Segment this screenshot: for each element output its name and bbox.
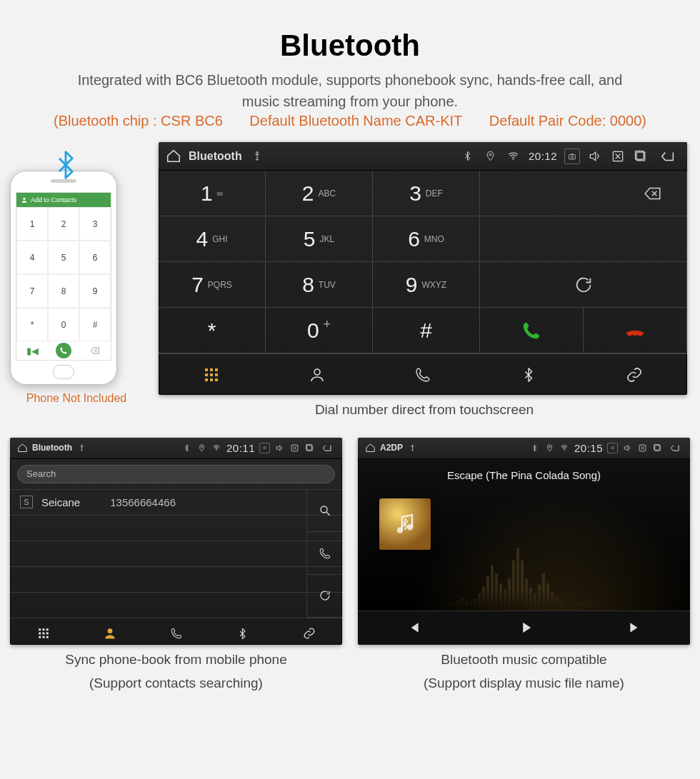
key-2[interactable]: 2ABC [266, 171, 373, 216]
bluetooth-status-icon [460, 149, 476, 164]
screenshot-icon[interactable] [259, 443, 270, 453]
nav-bluetooth[interactable] [476, 354, 581, 395]
spec-chip: (Bluetooth chip : CSR BC6 [54, 113, 223, 129]
player-caption-1: Bluetooth music compatible [358, 650, 690, 669]
key-hash[interactable]: # [373, 308, 480, 353]
lead-line-2: music streaming from your phone. [10, 91, 690, 111]
key-5[interactable]: 5JKL [266, 216, 373, 262]
spec-pair-code: Default Pair Code: 0000) [489, 113, 646, 129]
contact-number: 13566664466 [110, 496, 176, 508]
key-8[interactable]: 8TUV [266, 262, 373, 308]
hangup-button[interactable] [584, 308, 687, 353]
pkey[interactable]: # [79, 308, 111, 341]
clock: 20:15 [574, 442, 603, 454]
pkey[interactable]: 8 [48, 274, 79, 308]
pkey[interactable]: * [16, 308, 48, 341]
spec-bt-name: Default Bluetooth Name CAR-KIT [249, 113, 462, 129]
recents-icon[interactable] [633, 149, 649, 164]
phone-add-contacts-bar: Add to Contacts [16, 193, 111, 207]
album-art [379, 498, 431, 550]
headunit-phonebook: Bluetooth 20:11 Search S Seicane 1356666… [10, 438, 342, 645]
dialer-caption: Dial number direct from touchscreen [159, 401, 690, 419]
pkey[interactable]: 9 [79, 274, 111, 308]
lead-line-1: Integrated with BC6 Bluetooth module, su… [10, 70, 690, 90]
contact-initial: S [20, 496, 33, 508]
key-star[interactable]: * [159, 308, 266, 353]
pkey[interactable]: 5 [48, 241, 79, 274]
volume-icon[interactable] [622, 443, 633, 453]
pkey[interactable]: 3 [79, 207, 111, 241]
list-item [10, 567, 342, 593]
headunit-dialer: Bluetooth 20:12 1∞ 2ABC 3DEF [159, 142, 687, 395]
key-9[interactable]: 9WXYZ [373, 262, 480, 308]
backspace-button[interactable] [480, 171, 687, 216]
nav-dialpad[interactable] [159, 354, 264, 395]
play-button[interactable] [516, 620, 532, 635]
player-controls [358, 610, 690, 645]
close-icon[interactable] [610, 149, 626, 164]
pkey[interactable]: 4 [16, 241, 48, 274]
app-title: A2DP [380, 443, 403, 453]
bottom-nav [159, 353, 687, 395]
headunit-player: A2DP 20:15 Escape (The Pina Colada Song) [358, 438, 690, 645]
pkey[interactable]: 2 [48, 207, 79, 241]
home-icon[interactable] [17, 443, 28, 453]
phone-mockup: Add to Contacts 1 2 3 4 5 6 7 8 9 * 0 # [10, 171, 117, 385]
home-icon[interactable] [365, 443, 376, 453]
location-icon [483, 149, 499, 164]
nav-dialpad[interactable] [10, 618, 76, 645]
side-search[interactable] [306, 490, 342, 533]
nav-contacts[interactable] [264, 354, 370, 395]
usb-icon [249, 149, 265, 164]
back-icon[interactable] [656, 149, 680, 164]
app-title: Bluetooth [189, 150, 242, 163]
key-7[interactable]: 7PQRS [159, 262, 266, 308]
next-button[interactable] [627, 620, 643, 635]
pkey[interactable]: 0 [48, 308, 79, 341]
contact-name: Seicane [41, 496, 80, 508]
wifi-icon [506, 149, 521, 164]
key-6[interactable]: 6MNO [373, 216, 480, 262]
nav-call-log[interactable] [143, 618, 209, 645]
home-icon[interactable] [166, 149, 181, 164]
search-input[interactable]: Search [17, 465, 335, 483]
call-button[interactable] [480, 308, 584, 353]
volume-icon[interactable] [274, 443, 285, 453]
side-refresh[interactable] [306, 575, 342, 618]
volume-icon[interactable] [587, 149, 603, 164]
phone-backspace[interactable] [79, 341, 111, 360]
pkey[interactable]: 6 [79, 241, 111, 274]
phone-call-button[interactable] [48, 341, 79, 360]
key-3[interactable]: 3DEF [373, 171, 480, 216]
phone-screen: Add to Contacts 1 2 3 4 5 6 7 8 9 * 0 # [16, 192, 111, 361]
blank-cell [480, 216, 687, 262]
nav-pair[interactable] [276, 618, 342, 645]
phone-video-icon[interactable]: ▮◀ [16, 341, 48, 360]
screenshot-icon[interactable] [564, 149, 580, 164]
nav-contacts[interactable] [76, 618, 143, 645]
nav-pair[interactable] [581, 354, 687, 395]
close-icon[interactable] [289, 443, 300, 453]
pkey[interactable]: 7 [16, 274, 48, 308]
screenshot-icon[interactable] [607, 443, 618, 453]
recents-icon[interactable] [652, 443, 663, 453]
recents-icon[interactable] [304, 443, 315, 453]
back-icon[interactable] [319, 443, 335, 453]
nav-call-log[interactable] [370, 354, 476, 395]
phone-keypad: 1 2 3 4 5 6 7 8 9 * 0 # [16, 207, 111, 341]
list-item [10, 593, 342, 618]
contact-row[interactable]: S Seicane 13566664466 [10, 490, 342, 516]
prev-button[interactable] [406, 620, 421, 635]
key-1[interactable]: 1∞ [159, 171, 266, 216]
close-icon[interactable] [637, 443, 648, 453]
redial-button[interactable] [480, 262, 687, 308]
player-caption-2: (Support display music file name) [358, 674, 690, 693]
page-title: Bluetooth [10, 29, 690, 63]
nav-bluetooth[interactable] [209, 618, 276, 645]
back-icon[interactable] [667, 443, 683, 453]
bluetooth-status-icon [181, 443, 192, 453]
side-call[interactable] [306, 532, 342, 575]
key-0[interactable]: 0+ [266, 308, 373, 353]
key-4[interactable]: 4GHI [159, 216, 266, 262]
pkey[interactable]: 1 [16, 207, 48, 241]
